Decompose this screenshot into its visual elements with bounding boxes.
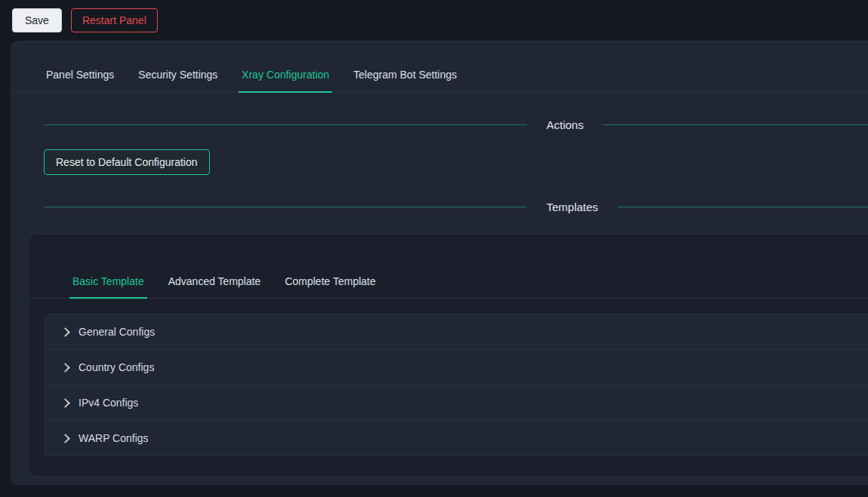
settings-card: Panel Settings Security Settings Xray Co… xyxy=(11,41,868,485)
chevron-right-icon xyxy=(60,327,70,337)
templates-section-title: Templates xyxy=(527,201,617,213)
tab-basic-template[interactable]: Basic Template xyxy=(60,271,156,298)
chevron-right-icon xyxy=(60,398,70,408)
chevron-right-icon xyxy=(60,434,70,443)
collapse-general-configs[interactable]: General Configs xyxy=(45,314,868,350)
actions-section-divider: Actions xyxy=(44,118,868,131)
settings-tabbar: Panel Settings Security Settings Xray Co… xyxy=(11,41,868,93)
tab-xray-configuration[interactable]: Xray Configuration xyxy=(229,61,341,92)
divider-line xyxy=(44,207,527,207)
tab-security-settings[interactable]: Security Settings xyxy=(126,61,229,92)
divider-line xyxy=(617,207,868,207)
restart-panel-button[interactable]: Restart Panel xyxy=(71,8,158,32)
collapse-row-label: WARP Configs xyxy=(78,432,149,444)
chevron-right-icon xyxy=(60,363,70,373)
collapse-row-label: Country Configs xyxy=(78,361,154,373)
tab-complete-template[interactable]: Complete Template xyxy=(272,271,387,298)
collapse-row-label: IPv4 Configs xyxy=(78,397,138,409)
template-tabbar: Basic Template Advanced Template Complet… xyxy=(29,235,868,299)
collapse-warp-configs[interactable]: WARP Configs xyxy=(45,421,868,456)
templates-section-divider: Templates xyxy=(44,201,868,213)
tab-panel-settings[interactable]: Panel Settings xyxy=(34,61,126,92)
collapse-ipv4-configs[interactable]: IPv4 Configs xyxy=(45,385,868,421)
templates-card: Basic Template Advanced Template Complet… xyxy=(28,234,868,477)
collapse-country-configs[interactable]: Country Configs xyxy=(45,350,868,385)
top-action-bar: Save Restart Panel xyxy=(0,0,868,41)
tab-telegram-bot-settings[interactable]: Telegram Bot Settings xyxy=(341,61,469,92)
actions-section-title: Actions xyxy=(527,118,603,131)
save-button[interactable]: Save xyxy=(12,8,62,32)
collapse-row-label: General Configs xyxy=(78,326,155,338)
divider-line xyxy=(603,124,868,125)
divider-line xyxy=(44,124,527,125)
tab-advanced-template[interactable]: Advanced Template xyxy=(156,271,273,298)
config-collapse-list: General Configs Country Configs IPv4 Con… xyxy=(45,314,868,456)
reset-default-config-button[interactable]: Reset to Default Configuration xyxy=(44,149,210,175)
